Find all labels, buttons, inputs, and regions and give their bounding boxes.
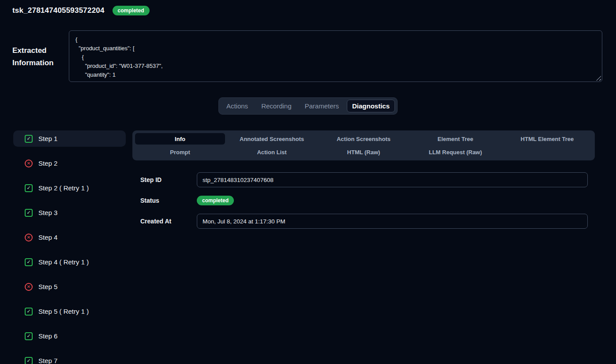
- extracted-information-label: Extracted Information: [12, 30, 69, 82]
- success-check-icon: ✓: [25, 209, 33, 217]
- diag-tab-html-raw[interactable]: HTML (Raw): [319, 146, 409, 158]
- step-item-label: Step 5 ( Retry 1 ): [38, 308, 89, 315]
- step-id-row: Step ID: [140, 172, 588, 187]
- success-check-icon: ✓: [25, 135, 33, 143]
- step-item-4[interactable]: ✕ Step 4: [13, 229, 126, 245]
- success-check-icon: ✓: [25, 332, 33, 340]
- main-tabs-row: Actions Recording Parameters Diagnostics: [0, 97, 616, 115]
- step-item-label: Step 6: [38, 332, 57, 340]
- created-at-row: Created At: [140, 214, 588, 229]
- step-item-label: Step 7: [38, 357, 57, 364]
- error-x-icon: ✕: [25, 283, 33, 291]
- content: ✓ Step 1 ✕ Step 2 ✓ Step 2 ( Retry 1 ) ✓…: [0, 130, 616, 364]
- step-item-5[interactable]: ✕ Step 5: [13, 279, 126, 295]
- diag-tab-action-screenshots[interactable]: Action Screenshots: [319, 133, 409, 145]
- diag-tab-prompt[interactable]: Prompt: [135, 146, 225, 158]
- step-status-badge: completed: [197, 196, 234, 205]
- step-item-2-retry-1[interactable]: ✓ Step 2 ( Retry 1 ): [13, 180, 126, 196]
- diag-tab-annotated-screenshots[interactable]: Annotated Screenshots: [227, 133, 317, 145]
- success-check-icon: ✓: [25, 357, 33, 364]
- extracted-information-section: Extracted Information { "product_quantit…: [12, 30, 602, 82]
- success-check-icon: ✓: [25, 258, 33, 266]
- task-status-badge: completed: [113, 6, 150, 15]
- extracted-information-box: { "product_quantities": [ { "product_id"…: [69, 30, 602, 82]
- tab-actions[interactable]: Actions: [221, 100, 253, 112]
- step-item-7[interactable]: ✓ Step 7: [13, 353, 126, 364]
- diag-tab-info[interactable]: Info: [135, 133, 225, 145]
- success-check-icon: ✓: [25, 308, 33, 316]
- task-id-title: tsk_278147405593572204: [12, 6, 105, 15]
- step-item-1[interactable]: ✓ Step 1: [13, 130, 126, 147]
- diagnostics-tab-bar: Info Annotated Screenshots Action Screen…: [132, 130, 595, 160]
- tab-parameters[interactable]: Parameters: [300, 100, 345, 112]
- main-tab-bar: Actions Recording Parameters Diagnostics: [218, 97, 398, 115]
- diag-tab-element-tree[interactable]: Element Tree: [410, 133, 500, 145]
- tab-recording[interactable]: Recording: [256, 100, 297, 112]
- step-item-label: Step 1: [38, 135, 57, 142]
- info-fields: Step ID Status completed Created At: [132, 172, 595, 229]
- step-item-label: Step 3: [38, 209, 57, 216]
- step-item-label: Step 2 ( Retry 1 ): [38, 184, 89, 192]
- error-x-icon: ✕: [25, 234, 33, 241]
- step-item-2[interactable]: ✕ Step 2: [13, 155, 126, 171]
- created-at-label: Created At: [140, 218, 197, 225]
- diag-tab-action-list[interactable]: Action List: [227, 146, 317, 158]
- step-item-4-retry-1[interactable]: ✓ Step 4 ( Retry 1 ): [13, 254, 126, 270]
- step-id-label: Step ID: [140, 176, 197, 183]
- step-id-input[interactable]: [197, 172, 588, 187]
- diag-tab-llm-request-raw[interactable]: LLM Request (Raw): [410, 146, 500, 158]
- status-label: Status: [140, 197, 197, 204]
- diagnostics-panel: Info Annotated Screenshots Action Screen…: [132, 130, 595, 237]
- success-check-icon: ✓: [25, 184, 33, 192]
- step-item-6[interactable]: ✓ Step 6: [13, 328, 126, 344]
- step-item-label: Step 4: [38, 234, 57, 241]
- step-item-5-retry-1[interactable]: ✓ Step 5 ( Retry 1 ): [13, 303, 126, 319]
- status-row: Status completed: [140, 196, 588, 205]
- extracted-information-textarea[interactable]: { "product_quantities": [ { "product_id"…: [69, 30, 602, 82]
- step-item-label: Step 5: [38, 283, 57, 290]
- step-list: ✓ Step 1 ✕ Step 2 ✓ Step 2 ( Retry 1 ) ✓…: [13, 130, 126, 364]
- step-item-label: Step 4 ( Retry 1 ): [38, 258, 89, 266]
- error-x-icon: ✕: [25, 160, 33, 167]
- step-item-label: Step 2: [38, 160, 57, 167]
- header: tsk_278147405593572204 completed: [0, 0, 616, 15]
- diag-tab-html-element-tree[interactable]: HTML Element Tree: [502, 133, 592, 145]
- created-at-input[interactable]: [197, 214, 588, 229]
- step-item-3[interactable]: ✓ Step 3: [13, 204, 126, 221]
- tab-diagnostics[interactable]: Diagnostics: [347, 100, 395, 112]
